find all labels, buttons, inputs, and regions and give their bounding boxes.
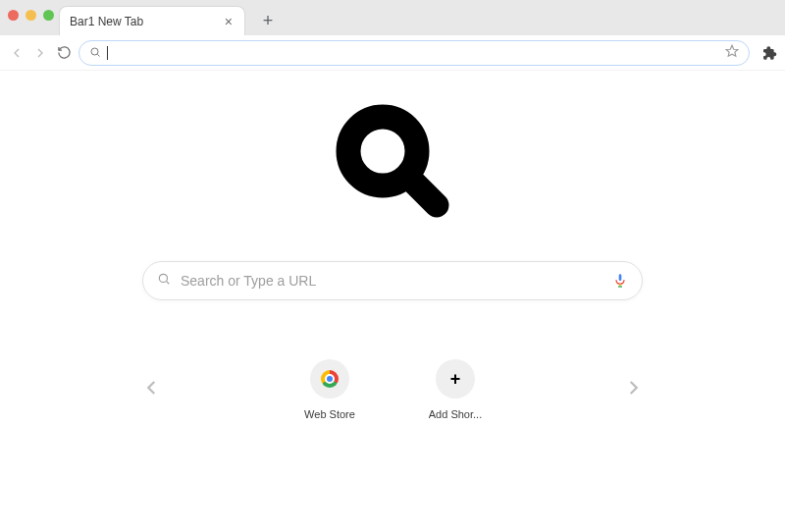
back-button[interactable] — [8, 44, 26, 62]
maximize-window-button[interactable] — [43, 10, 54, 21]
plus-icon: + — [263, 11, 274, 31]
plus-icon: + — [450, 369, 461, 390]
search-icon — [157, 272, 171, 290]
address-bar-input[interactable] — [114, 45, 715, 60]
tab-strip: Bar1 New Tab × + — [0, 0, 785, 35]
extensions-icon[interactable] — [761, 45, 777, 61]
bookmark-star-icon[interactable] — [725, 44, 739, 62]
shortcuts-carousel: Web Store + Add Shor... — [137, 359, 648, 420]
shortcut-icon — [310, 359, 349, 399]
browser-toolbar — [0, 35, 785, 71]
svg-marker-2 — [726, 45, 738, 56]
page-logo-search-icon — [334, 102, 451, 224]
tab-title: Bar1 New Tab — [70, 15, 143, 28]
svg-rect-7 — [619, 274, 622, 281]
search-box[interactable] — [142, 261, 643, 300]
svg-line-6 — [167, 282, 170, 285]
text-cursor — [107, 46, 108, 60]
shortcut-add[interactable]: + Add Shor... — [420, 359, 491, 420]
svg-point-5 — [159, 274, 167, 282]
voice-search-icon[interactable] — [612, 270, 628, 292]
address-bar[interactable] — [78, 40, 750, 66]
chrome-logo-icon — [321, 370, 339, 388]
reload-button[interactable] — [55, 44, 73, 62]
shortcut-web-store[interactable]: Web Store — [294, 359, 365, 420]
shortcut-label: Web Store — [304, 408, 355, 420]
shortcut-label: Add Shor... — [429, 408, 482, 420]
close-window-button[interactable] — [8, 10, 19, 21]
window-controls — [8, 10, 54, 21]
forward-button[interactable] — [31, 44, 49, 62]
browser-tab[interactable]: Bar1 New Tab × — [59, 6, 245, 35]
new-tab-page: Web Store + Add Shor... — [0, 71, 785, 532]
search-icon — [89, 44, 101, 62]
svg-point-0 — [91, 48, 98, 55]
shortcuts-list: Web Store + Add Shor... — [294, 359, 491, 420]
carousel-prev-button[interactable] — [137, 373, 167, 406]
search-input[interactable] — [181, 273, 602, 289]
svg-line-1 — [97, 54, 99, 56]
new-tab-button[interactable]: + — [255, 8, 281, 33]
carousel-next-button[interactable] — [618, 373, 648, 406]
svg-line-4 — [410, 179, 438, 206]
minimize-window-button[interactable] — [26, 10, 36, 21]
close-tab-button[interactable]: × — [223, 14, 235, 29]
shortcut-icon: + — [436, 359, 475, 399]
